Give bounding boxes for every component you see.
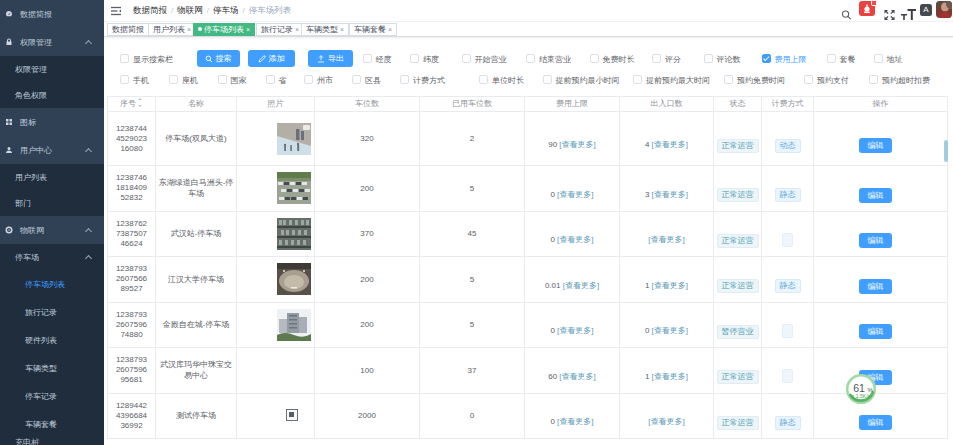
svg-text:↑ 1.5K/s: ↑ 1.5K/s [852, 393, 871, 399]
